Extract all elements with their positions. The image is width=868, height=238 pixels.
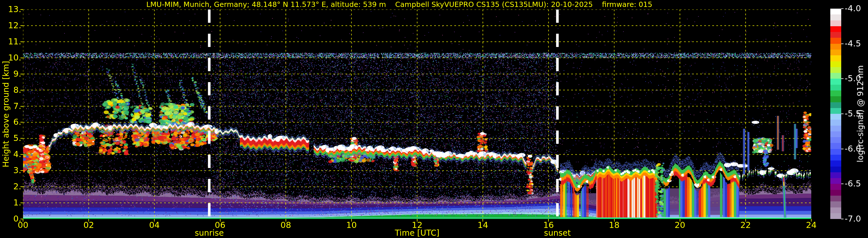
y-tick-mark — [21, 219, 23, 219]
y-tick-mark — [21, 74, 23, 75]
colorbar-step — [830, 213, 841, 219]
y-tick-label: 10. — [0, 53, 21, 62]
y-tick-label: 13. — [0, 4, 21, 14]
x-tick-label: 12 — [412, 220, 423, 230]
colorbar-step — [830, 61, 841, 67]
y-tick-mark — [21, 9, 23, 10]
colorbar-tick-label: -6.0 — [845, 144, 861, 154]
colorbar-tick-label: -4.5 — [845, 39, 861, 49]
ceilometer-figure: LMU-MIM, Munich, Germany; 48.148° N 11.5… — [0, 0, 868, 238]
colorbar-step — [830, 55, 841, 61]
colorbar-step — [830, 73, 841, 79]
colorbar-step — [830, 184, 841, 189]
y-tick-mark — [21, 138, 23, 139]
x-tick-mark — [680, 219, 680, 221]
x-tick-label: 16 — [543, 220, 554, 230]
y-tick-label: 2. — [0, 181, 21, 191]
colorbar-tick-mark — [841, 149, 843, 149]
x-tick-mark — [286, 219, 286, 221]
y-tick-mark — [21, 186, 23, 187]
y-tick-label: 3. — [0, 166, 21, 175]
x-tick-label: 10 — [346, 220, 357, 230]
colorbar-step — [830, 143, 841, 149]
y-tick-mark — [21, 122, 23, 122]
colorbar-step — [830, 126, 841, 131]
colorbar-step — [830, 201, 841, 207]
colorbar-step — [830, 67, 841, 73]
x-tick-mark — [483, 219, 483, 221]
colorbar-step — [830, 167, 841, 172]
colorbar-step — [830, 32, 841, 38]
colorbar-step — [830, 120, 841, 125]
colorbar-tick-mark — [841, 43, 843, 44]
y-tick-mark — [21, 25, 23, 26]
x-tick-label: 06 — [215, 220, 225, 230]
x-tick-mark — [548, 219, 549, 221]
colorbar-tick-label: -5.0 — [845, 73, 861, 83]
x-tick-mark — [23, 219, 23, 221]
colorbar-step — [830, 50, 841, 55]
x-tick-mark — [745, 219, 746, 221]
colorbar-step — [830, 196, 841, 201]
x-tick-mark — [88, 219, 89, 221]
x-tick-mark — [614, 219, 615, 221]
y-tick-label: 0. — [0, 214, 21, 224]
colorbar-tick-label: -6.5 — [845, 179, 861, 188]
colorbar-step — [830, 90, 841, 96]
x-tick-label: 24 — [806, 220, 817, 230]
y-tick-mark — [21, 154, 23, 155]
y-tick-mark — [21, 106, 23, 107]
x-tick-label: 14 — [477, 220, 488, 230]
colorbar-step — [830, 44, 841, 50]
colorbar-tick-mark — [841, 8, 843, 9]
y-tick-label: 9. — [0, 69, 21, 79]
colorbar-step — [830, 38, 841, 43]
colorbar-step — [830, 178, 841, 184]
y-tick-label: 5. — [0, 133, 21, 143]
x-tick-label: 18 — [609, 220, 620, 230]
x-tick-mark — [220, 219, 220, 221]
colorbar-step — [830, 21, 841, 26]
colorbar-tick-mark — [841, 114, 843, 114]
x-tick-mark — [811, 219, 812, 221]
x-tick-label: 02 — [84, 220, 94, 230]
x-tick-label: 22 — [740, 220, 751, 230]
colorbar-tick-label: -5.5 — [845, 109, 861, 118]
ceilometer-heatmap-canvas — [0, 0, 868, 238]
x-tick-mark — [154, 219, 155, 221]
colorbar-step — [830, 9, 841, 14]
y-tick-label: 11. — [0, 37, 21, 47]
colorbar-step — [830, 96, 841, 102]
colorbar-step — [830, 190, 841, 196]
y-tick-label: 12. — [0, 21, 21, 30]
y-tick-label: 6. — [0, 117, 21, 127]
colorbar-step — [830, 14, 841, 20]
colorbar — [830, 9, 841, 219]
y-tick-mark — [21, 203, 23, 203]
colorbar-tick-mark — [841, 183, 843, 184]
x-tick-mark — [351, 219, 352, 221]
colorbar-step — [830, 102, 841, 108]
x-tick-label: 08 — [280, 220, 291, 230]
x-tick-label: 20 — [675, 220, 685, 230]
colorbar-step — [830, 85, 841, 90]
colorbar-step — [830, 79, 841, 84]
colorbar-step — [830, 26, 841, 32]
colorbar-tick-mark — [841, 78, 843, 79]
y-tick-label: 7. — [0, 101, 21, 111]
colorbar-step — [830, 137, 841, 143]
y-tick-mark — [21, 170, 23, 171]
colorbar-step — [830, 149, 841, 155]
colorbar-step — [830, 172, 841, 178]
y-tick-mark — [21, 41, 23, 42]
colorbar-step — [830, 131, 841, 137]
colorbar-step — [830, 114, 841, 120]
colorbar-tick-mark — [841, 219, 843, 219]
colorbar-tick-label: -4.0 — [845, 3, 861, 13]
colorbar-step — [830, 207, 841, 213]
y-tick-mark — [21, 58, 23, 58]
y-tick-label: 1. — [0, 198, 21, 207]
y-tick-label: 4. — [0, 149, 21, 159]
y-tick-label: 8. — [0, 85, 21, 95]
colorbar-tick-label: -7.0 — [845, 214, 861, 224]
